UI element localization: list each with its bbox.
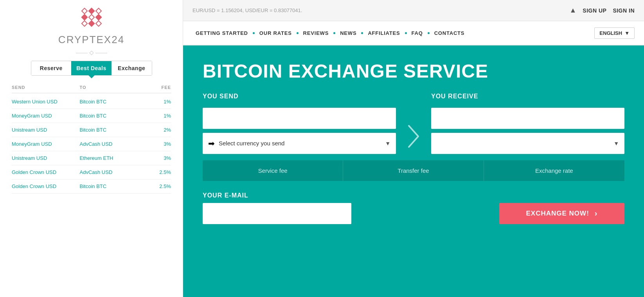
bottom-row: EXCHANGE NOW! › — [203, 203, 624, 224]
chevron-down-icon: ▼ — [613, 140, 619, 147]
nav-our-rates[interactable]: OUR RATES — [256, 30, 295, 36]
send-amount-input[interactable] — [203, 108, 396, 129]
receive-amount-input[interactable] — [431, 108, 624, 129]
email-input[interactable] — [203, 203, 351, 224]
nav-links: GETTING STARTED OUR RATES REVIEWS NEWS A… — [192, 30, 468, 36]
nav-dot-icon — [297, 32, 299, 34]
nav-getting-started[interactable]: GETTING STARTED — [192, 30, 251, 36]
diamond-row-3 — [82, 21, 101, 26]
page-title: BITCOIN EXCHANGE SERVICE — [203, 61, 624, 82]
logo: CRYPTEX24 — [58, 34, 124, 46]
diamond-icon — [88, 8, 95, 14]
sidebar: CRYPTEX24 Reserve Best Deals Exchange SE… — [0, 0, 183, 297]
select-currency-text: Select currency you send — [219, 140, 284, 147]
table-row: MoneyGram USD AdvCash USD 3% — [12, 137, 171, 151]
nav-dot-icon — [428, 32, 430, 34]
deal-fee: 2% — [148, 127, 171, 133]
logo-diamonds — [82, 8, 101, 27]
tab-reserve[interactable]: Reserve — [31, 61, 72, 75]
table-row: Golden Crown USD Bitcoin BTC 2.5% — [12, 179, 171, 194]
signin-link[interactable]: SIGN IN — [613, 7, 635, 14]
nav-contacts[interactable]: CONTACTS — [431, 30, 468, 36]
service-fee-item: Service fee — [203, 160, 343, 181]
deal-to-link[interactable]: Ethereum ETH — [80, 155, 148, 161]
deal-fee: 2.5% — [148, 183, 171, 189]
nav-dot-icon — [253, 32, 255, 34]
deal-fee: 1% — [148, 113, 171, 119]
divider — [76, 51, 107, 54]
hero-section: BITCOIN EXCHANGE SERVICE YOU SEND ➡ Sele… — [183, 45, 644, 297]
tab-best-deals[interactable]: Best Deals — [71, 61, 112, 75]
exchange-now-button[interactable]: EXCHANGE NOW! › — [499, 203, 624, 224]
deal-fee: 3% — [148, 141, 171, 147]
arrow-between-icon — [396, 123, 431, 154]
nav-faq[interactable]: FAQ — [408, 30, 426, 36]
diamond-icon — [81, 14, 88, 21]
exchange-rate-item: Exchange rate — [484, 160, 624, 181]
exchange-btn-label: EXCHANGE NOW! — [526, 210, 589, 217]
table-row: MoneyGram USD Bitcoin BTC 1% — [12, 109, 171, 123]
nav-reviews[interactable]: REVIEWS — [300, 30, 332, 36]
select-currency-button[interactable]: ➡ Select currency you send ▼ — [203, 133, 396, 154]
logo-number: 24 — [112, 34, 124, 45]
deal-to-link[interactable]: Bitcoin BTC — [80, 183, 148, 189]
deal-send-link[interactable]: MoneyGram USD — [12, 113, 80, 119]
signup-link[interactable]: SIGN UP — [583, 7, 606, 14]
diamond-icon — [81, 20, 88, 27]
diamond-row-2 — [82, 15, 101, 20]
deal-send-link[interactable]: Unistream USD — [12, 155, 80, 161]
deal-send-link[interactable]: Golden Crown USD — [12, 169, 80, 175]
topbar: EUR/USD = 1.156204, USD/EUR = 0.83077041… — [183, 0, 644, 21]
table-row: Unistream USD Bitcoin BTC 2% — [12, 123, 171, 137]
deal-fee: 1% — [148, 99, 171, 105]
deal-to-link[interactable]: AdvCash USD — [80, 141, 148, 147]
you-receive-label: YOU RECEIVE — [431, 93, 624, 100]
email-label: YOUR E-MAIL — [203, 192, 624, 199]
transfer-fee-item: Transfer fee — [343, 160, 484, 181]
deal-to-link[interactable]: Bitcoin BTC — [80, 113, 148, 119]
diamond-row-1 — [82, 9, 101, 13]
language-selector[interactable]: ENGLISH ▼ — [594, 27, 635, 39]
tab-bar: Reserve Best Deals Exchange — [31, 61, 152, 76]
nav-affiliates[interactable]: AFFILIATES — [365, 30, 403, 36]
person-icon: ▲ — [569, 6, 576, 14]
diamond-icon — [95, 14, 102, 21]
form-inputs-row: YOU SEND ➡ Select currency you send ▼ — [203, 93, 624, 154]
you-send-label: YOU SEND — [203, 93, 396, 100]
deal-to-link[interactable]: Bitcoin BTC — [80, 127, 148, 133]
arrow-right-icon: ➡ — [208, 139, 215, 148]
receive-currency-dropdown[interactable]: ▼ — [431, 133, 624, 154]
table-row: Unistream USD Ethereum ETH 3% — [12, 151, 171, 165]
table-header: SEND TO FEE — [12, 85, 171, 93]
send-section: YOU SEND ➡ Select currency you send ▼ — [203, 93, 396, 154]
select-currency-left: ➡ Select currency you send — [208, 139, 284, 148]
chevron-down-icon: ▼ — [385, 140, 390, 147]
main-content: EUR/USD = 1.156204, USD/EUR = 0.83077041… — [183, 0, 644, 297]
diamond-icon — [95, 8, 102, 14]
chevron-right-icon: › — [595, 209, 598, 218]
header-to: TO — [80, 85, 148, 90]
auth-buttons: ▲ SIGN UP SIGN IN — [569, 6, 635, 14]
deals-table: SEND TO FEE Western Union USD Bitcoin BT… — [0, 85, 183, 194]
deal-send-link[interactable]: Golden Crown USD — [12, 183, 80, 189]
tab-exchange[interactable]: Exchange — [112, 61, 152, 75]
nav-dot-icon — [405, 32, 407, 34]
diamond-icon — [88, 14, 95, 21]
fee-bar: Service fee Transfer fee Exchange rate — [203, 160, 624, 181]
deal-to-link[interactable]: AdvCash USD — [80, 169, 148, 175]
table-row: Golden Crown USD AdvCash USD 2.5% — [12, 165, 171, 179]
deal-send-link[interactable]: MoneyGram USD — [12, 141, 80, 147]
deal-send-link[interactable]: Western Union USD — [12, 99, 80, 105]
header-fee: FEE — [148, 85, 171, 90]
deal-to-link[interactable]: Bitcoin BTC — [80, 99, 148, 105]
table-row: Western Union USD Bitcoin BTC 1% — [12, 95, 171, 109]
nav-dot-icon — [333, 32, 335, 34]
nav-news[interactable]: NEWS — [337, 30, 360, 36]
email-section: YOUR E-MAIL EXCHANGE NOW! › — [203, 192, 624, 224]
logo-main: CRYPTEX — [58, 34, 112, 45]
language-label: ENGLISH — [599, 30, 622, 36]
chevron-down-icon: ▼ — [624, 30, 630, 36]
exchange-rate-display: EUR/USD = 1.156204, USD/EUR = 0.83077041… — [192, 7, 302, 13]
deal-send-link[interactable]: Unistream USD — [12, 127, 80, 133]
exchange-form: YOU SEND ➡ Select currency you send ▼ — [203, 93, 624, 181]
